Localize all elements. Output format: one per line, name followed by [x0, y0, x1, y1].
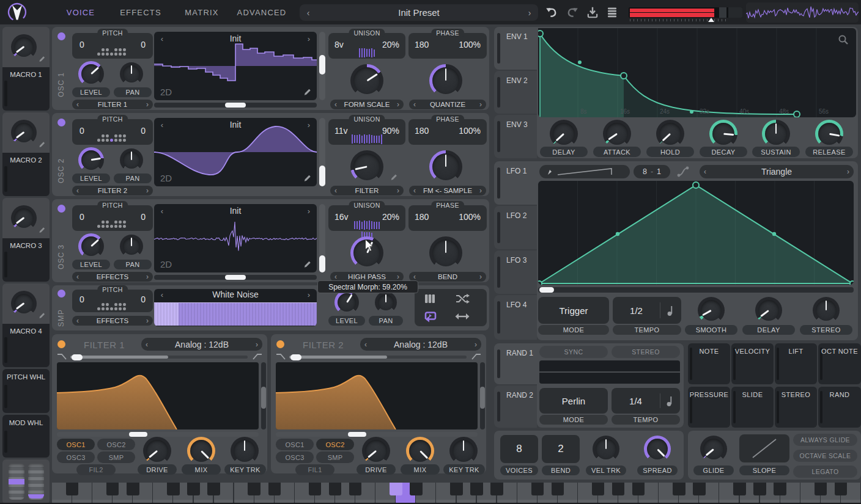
- pitch-snap-dots[interactable]: [95, 221, 130, 228]
- filter1-drive-knob[interactable]: [143, 437, 171, 465]
- loop-icon[interactable]: [423, 310, 438, 323]
- piano-black-key[interactable]: [450, 483, 463, 495]
- random-phase-icon[interactable]: [455, 293, 470, 305]
- piano-black-key[interactable]: [268, 483, 281, 495]
- sample-next-icon[interactable]: ›: [301, 290, 317, 299]
- piano-black-key[interactable]: [106, 483, 119, 495]
- note-icon[interactable]: [660, 304, 681, 316]
- osc3-unison-voices[interactable]: 16v: [334, 212, 349, 222]
- osc1-transpose[interactable]: 0: [79, 40, 84, 49]
- volume-slider-marker[interactable]: [708, 18, 714, 22]
- osc3-wt-position-slider[interactable]: [319, 204, 325, 272]
- tab-env3[interactable]: ENV 3: [494, 115, 537, 158]
- prev-icon[interactable]: ‹: [409, 186, 420, 195]
- prev-icon[interactable]: ‹: [72, 100, 83, 109]
- wavetable-next-icon[interactable]: ›: [301, 34, 317, 43]
- pencil-icon[interactable]: [38, 55, 46, 63]
- env-attack-knob[interactable]: [603, 120, 631, 148]
- osc2-morph1-selector[interactable]: ‹FILTER›: [330, 186, 404, 195]
- osc1-phase-rand[interactable]: 100%: [459, 40, 481, 49]
- osc1-morph1-selector[interactable]: ‹FORM SCALE›: [330, 100, 404, 109]
- filter1-blend-slider[interactable]: [70, 356, 248, 359]
- piano-black-key[interactable]: [390, 483, 402, 495]
- tab-rand1[interactable]: RAND 1: [494, 343, 537, 384]
- lfo-tempo-box[interactable]: 1/2: [613, 297, 681, 324]
- osc3-pan-knob[interactable]: [120, 235, 143, 258]
- lfo-smooth-knob[interactable]: [698, 297, 725, 324]
- spread-knob[interactable]: [644, 436, 671, 462]
- next-icon[interactable]: ›: [393, 186, 404, 195]
- next-icon[interactable]: ›: [142, 316, 153, 325]
- env-display[interactable]: 8s 16s 24s 32s 40s 48s 56s: [538, 28, 856, 117]
- prev-icon[interactable]: ‹: [409, 100, 420, 109]
- filter2-link-fil1[interactable]: FIL1: [295, 464, 334, 475]
- piano-black-key[interactable]: [309, 483, 322, 495]
- rand-tempo-box[interactable]: 1/4: [612, 388, 680, 414]
- lfo-shape-selector[interactable]: ‹Triangle›: [700, 165, 854, 178]
- osc2-pan-knob[interactable]: [120, 148, 143, 172]
- osc3-unison-detune[interactable]: 20%: [382, 212, 399, 222]
- next-icon[interactable]: ›: [393, 100, 404, 109]
- osc2-unison-detune[interactable]: 90%: [382, 126, 399, 136]
- bounce-icon[interactable]: [455, 311, 470, 322]
- rand-stereo-button[interactable]: STEREO: [612, 346, 680, 358]
- pitch-snap-dots[interactable]: [95, 48, 130, 56]
- lfo-stereo-knob[interactable]: [813, 297, 840, 324]
- zoom-icon[interactable]: [838, 34, 849, 45]
- preset-prev-icon[interactable]: ‹: [300, 8, 317, 18]
- tab-env1[interactable]: ENV 1: [494, 27, 537, 70]
- macro-3-knob[interactable]: [11, 205, 37, 231]
- filter2-power-led[interactable]: [276, 340, 284, 348]
- env-delay-knob[interactable]: [550, 120, 578, 148]
- filter1-keytrk-knob[interactable]: [231, 437, 259, 465]
- env-decay-knob[interactable]: [709, 120, 737, 148]
- osc3-morph2-knob[interactable]: [429, 236, 462, 269]
- prev-icon[interactable]: ‹: [72, 272, 83, 281]
- slider-thumb[interactable]: [319, 166, 325, 186]
- rand-tempo-value[interactable]: 1/4: [612, 396, 660, 406]
- vital-logo[interactable]: [6, 1, 28, 23]
- osc2-phase[interactable]: 180: [415, 126, 429, 136]
- slider-thumb[interactable]: [319, 55, 325, 75]
- legato-toggle[interactable]: LEGATO: [793, 466, 857, 478]
- osc3-destination-selector[interactable]: ‹EFFECTS›: [72, 272, 153, 282]
- next-icon[interactable]: ›: [142, 186, 153, 195]
- menu-icon[interactable]: [606, 6, 618, 18]
- wavetable-next-icon[interactable]: ›: [301, 206, 317, 216]
- grid-x[interactable]: 8: [643, 167, 647, 176]
- tab-env2[interactable]: ENV 2: [494, 71, 537, 114]
- osc3-level-knob[interactable]: [78, 233, 104, 259]
- mod-source-oct-note[interactable]: OCT NOTE: [818, 343, 861, 384]
- osc3-view-mode[interactable]: 2D: [160, 259, 172, 269]
- piano-black-key[interactable]: [632, 483, 645, 495]
- osc1-view-mode[interactable]: 2D: [160, 87, 172, 97]
- osc2-transpose[interactable]: 0: [79, 126, 84, 136]
- piano-black-key[interactable]: [835, 483, 848, 495]
- piano-black-key[interactable]: [248, 483, 261, 495]
- env-sustain-knob[interactable]: [762, 120, 790, 148]
- lfo-display[interactable]: [538, 181, 854, 285]
- preset-next-icon[interactable]: ›: [521, 8, 538, 18]
- osc2-view-mode[interactable]: 2D: [160, 173, 172, 183]
- next-icon[interactable]: ›: [393, 272, 404, 281]
- filter1-cutoff-scrollbar[interactable]: [57, 432, 259, 437]
- tab-matrix[interactable]: MATRIX: [181, 0, 223, 24]
- piano-black-key[interactable]: [753, 483, 766, 495]
- scroll-thumb[interactable]: [225, 275, 246, 280]
- mod-source-lift[interactable]: LIFT: [775, 343, 817, 384]
- pencil-icon[interactable]: [303, 173, 312, 183]
- osc1-wt-position-slider[interactable]: [319, 32, 325, 100]
- filter2-drive-knob[interactable]: [362, 437, 390, 465]
- smp-destination-selector[interactable]: ‹EFFECTS›: [72, 316, 153, 326]
- piano-black-key[interactable]: [673, 483, 685, 495]
- prev-icon[interactable]: ‹: [330, 272, 341, 281]
- mod-wheel[interactable]: [28, 464, 44, 500]
- redo-icon[interactable]: [566, 5, 579, 19]
- slope-display[interactable]: [739, 434, 789, 462]
- osc3-tune[interactable]: 0: [141, 212, 146, 222]
- wavetable-next-icon[interactable]: ›: [301, 120, 317, 130]
- osc1-unison-detune[interactable]: 20%: [382, 40, 399, 49]
- filter2-resonance-scrollbar[interactable]: [480, 362, 485, 429]
- piano-black-key[interactable]: [612, 483, 625, 495]
- filter1-input-osc3[interactable]: OSC3: [57, 451, 95, 463]
